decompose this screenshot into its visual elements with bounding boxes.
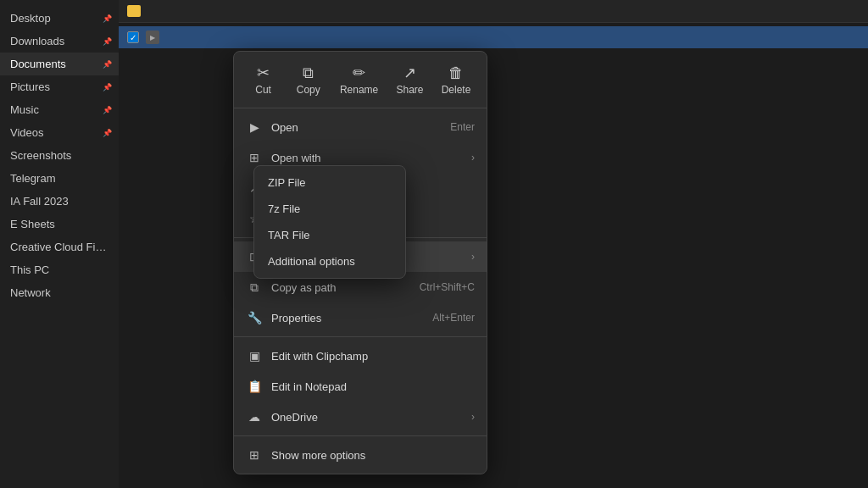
pin-icon: 📌 xyxy=(103,14,112,23)
pin-icon: 📌 xyxy=(103,106,112,114)
main-content: ✓ ▶ xyxy=(119,0,868,488)
context-action-rename[interactable]: ✏Rename xyxy=(333,60,385,99)
context-action-cut[interactable]: ✂Cut xyxy=(243,60,284,99)
pin-icon: 📌 xyxy=(103,60,112,69)
context-action-label: Cut xyxy=(255,84,271,96)
menu-separator xyxy=(234,336,487,337)
sidebar-item-label: Pictures xyxy=(10,80,50,93)
context-action-label: Share xyxy=(396,84,423,96)
sidebar-item-label: Screenshots xyxy=(10,149,71,162)
submenu-item-label: 7z File xyxy=(268,202,300,215)
sidebar-item-label: Desktop xyxy=(10,12,51,25)
copy-icon: ⧉ xyxy=(303,64,314,82)
sidebar-item-creative-cloud-files[interactable]: Creative Cloud Files xyxy=(0,236,119,258)
table-row[interactable]: ✓ ▶ xyxy=(119,26,868,48)
menu-item-label: Edit in Notepad xyxy=(271,380,475,393)
context-action-label: Delete xyxy=(442,84,471,96)
submenu-arrow-icon: › xyxy=(471,152,475,164)
menu-item-label: OneDrive xyxy=(271,411,466,424)
sidebar-item-label: Videos xyxy=(10,126,44,139)
sidebar-item-label: E Sheets xyxy=(10,218,55,230)
menu-item-label: Open with xyxy=(271,152,466,164)
context-menu-items: ▶OpenEnter⊞Open with›↗Share☆Add to Favou… xyxy=(234,108,487,474)
sidebar-item-this-pc[interactable]: This PC xyxy=(0,258,119,281)
sidebar-item-label: IA Fall 2023 xyxy=(10,195,69,208)
show-more-icon: ⊞ xyxy=(246,446,263,463)
menu-item-label: Properties xyxy=(271,312,432,324)
sidebar-item-e-sheets[interactable]: E Sheets xyxy=(0,213,119,236)
context-menu-item-edit-clipchamp[interactable]: ▣Edit with Clipchamp xyxy=(234,341,487,371)
rename-icon: ✏ xyxy=(353,64,365,82)
properties-icon: 🔧 xyxy=(246,309,263,326)
sidebar-item-pictures[interactable]: Pictures📌 xyxy=(0,75,119,98)
file-checkbox[interactable]: ✓ xyxy=(127,31,139,43)
edit-clipchamp-icon: ▣ xyxy=(246,347,263,364)
submenu-item-label: TAR File xyxy=(268,229,310,241)
sidebar-item-documents[interactable]: Documents📌 xyxy=(0,53,119,75)
sidebar-item-label: Telegram xyxy=(10,172,55,185)
context-action-label: Rename xyxy=(340,84,378,96)
context-action-share[interactable]: ↗Share xyxy=(389,60,430,99)
submenu-item-label: Additional options xyxy=(268,255,355,268)
context-menu-item-properties[interactable]: 🔧PropertiesAlt+Enter xyxy=(234,302,487,333)
menu-item-label: Show more options xyxy=(271,449,475,462)
context-action-label: Copy xyxy=(297,84,320,96)
pin-icon: 📌 xyxy=(103,129,112,137)
menu-item-shortcut: Ctrl+Shift+C xyxy=(420,281,475,293)
submenu-item-additional[interactable]: Additional options xyxy=(254,248,405,274)
onedrive-icon: ☁ xyxy=(246,408,263,425)
context-menu-topbar: ✂Cut⧉Copy✏Rename↗Share🗑Delete xyxy=(234,52,487,108)
submenu-item-tar[interactable]: TAR File xyxy=(254,222,405,248)
delete-icon: 🗑 xyxy=(448,64,464,82)
menu-item-label: Edit with Clipchamp xyxy=(271,350,475,363)
sidebar-item-downloads[interactable]: Downloads📌 xyxy=(0,30,119,53)
menu-item-shortcut: Enter xyxy=(450,121,475,133)
menu-item-label: Open xyxy=(271,121,450,134)
context-menu-item-edit-notepad[interactable]: 📋Edit in Notepad xyxy=(234,371,487,402)
submenu-arrow-icon: › xyxy=(471,251,475,263)
sidebar: Desktop📌Downloads📌Documents📌Pictures📌Mus… xyxy=(0,0,119,488)
folder-icon xyxy=(127,5,141,17)
sidebar-item-ia-fall-2023[interactable]: IA Fall 2023 xyxy=(0,190,119,213)
context-menu-item-onedrive[interactable]: ☁OneDrive› xyxy=(234,402,487,432)
sidebar-item-screenshots[interactable]: Screenshots xyxy=(0,144,119,167)
context-menu-item-show-more[interactable]: ⊞Show more options xyxy=(234,440,487,470)
share-icon: ↗ xyxy=(403,64,416,82)
sidebar-item-label: Documents xyxy=(10,58,66,70)
sidebar-item-videos[interactable]: Videos📌 xyxy=(0,121,119,144)
sidebar-item-network[interactable]: Network xyxy=(0,281,119,304)
sidebar-item-label: Network xyxy=(10,286,51,299)
submenu-arrow-icon: › xyxy=(471,411,475,423)
open-icon: ▶ xyxy=(246,119,263,136)
submenu-item-7z[interactable]: 7z File xyxy=(254,196,405,222)
copy-path-icon: ⧉ xyxy=(246,279,263,296)
edit-notepad-icon: 📋 xyxy=(246,378,263,395)
compress-submenu: ZIP File7z FileTAR FileAdditional option… xyxy=(253,165,406,279)
submenu-item-label: ZIP File xyxy=(268,176,306,189)
pin-icon: 📌 xyxy=(103,83,112,92)
cut-icon: ✂ xyxy=(257,64,270,82)
menu-item-shortcut: Alt+Enter xyxy=(432,312,475,324)
file-type-icon: ▶ xyxy=(146,30,159,44)
context-menu-item-open[interactable]: ▶OpenEnter xyxy=(234,112,487,142)
breadcrumb xyxy=(119,0,868,23)
sidebar-item-label: Downloads xyxy=(10,35,64,47)
pin-icon: 📌 xyxy=(103,37,112,46)
menu-separator xyxy=(234,435,487,436)
context-action-copy[interactable]: ⧉Copy xyxy=(288,61,329,99)
open-with-icon: ⊞ xyxy=(246,149,263,166)
sidebar-item-desktop[interactable]: Desktop📌 xyxy=(0,7,119,30)
menu-item-label: Copy as path xyxy=(271,281,420,294)
file-list: ✓ ▶ xyxy=(119,23,868,52)
sidebar-item-music[interactable]: Music📌 xyxy=(0,98,119,121)
submenu-item-zip[interactable]: ZIP File xyxy=(254,169,405,196)
sidebar-item-label: This PC xyxy=(10,263,49,276)
sidebar-item-telegram[interactable]: Telegram xyxy=(0,167,119,190)
context-action-delete[interactable]: 🗑Delete xyxy=(435,61,478,99)
sidebar-item-label: Creative Cloud Files xyxy=(10,241,108,253)
sidebar-item-label: Music xyxy=(10,103,39,116)
